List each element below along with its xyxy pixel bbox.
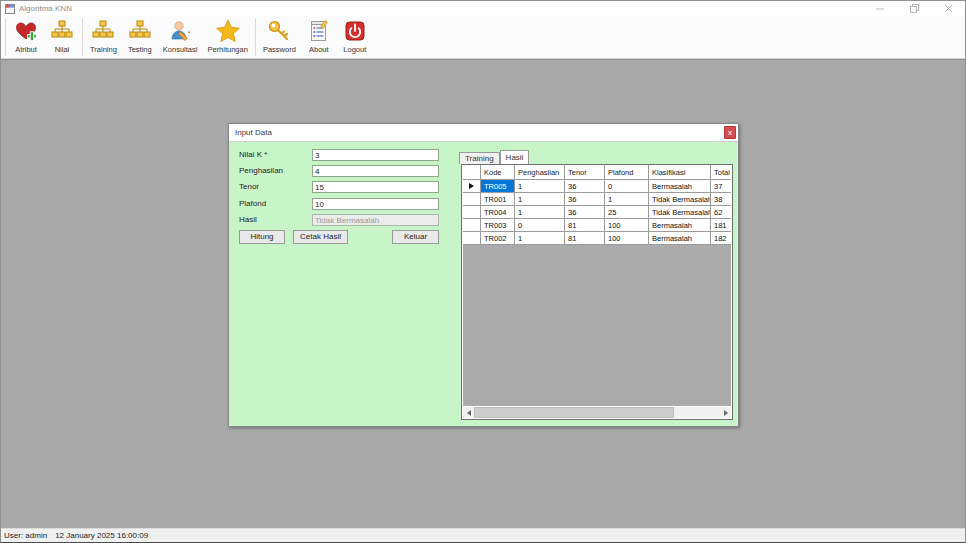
toolbar-item-nilai[interactable]: Nilai [44,16,80,58]
row-header-current[interactable] [463,180,481,193]
toolbar-label: Training [90,45,117,54]
key-icon [266,18,292,44]
cell-kode[interactable]: TR005 [481,180,515,193]
cell-kode[interactable]: TR003 [481,219,515,232]
org-chart-icon [127,18,153,44]
toolbar-label: Nilai [55,45,70,54]
toolbar-item-perhitungan[interactable]: Perhitungan [202,16,252,58]
nilai-k-input[interactable] [312,149,439,161]
current-row-arrow-icon [469,183,474,189]
column-header-penghasilan[interactable]: Penghasilan [515,165,565,180]
row-header[interactable] [463,206,481,219]
close-icon [944,4,953,13]
cell-plafond[interactable]: 25 [605,206,649,219]
cell-total[interactable]: 37 [711,180,731,193]
hitung-button[interactable]: Hitung [239,230,285,244]
cell-tenor[interactable]: 36 [565,206,605,219]
horizontal-scrollbar[interactable] [463,407,731,418]
cell-penghasilan[interactable]: 1 [515,193,565,206]
scroll-right-button[interactable] [720,407,731,418]
plafond-label: Plafond [239,198,266,210]
cell-tenor[interactable]: 81 [565,232,605,245]
column-header-plafond[interactable]: Plafond [605,165,649,180]
column-header-kode[interactable]: Kode [481,165,515,180]
cell-plafond[interactable]: 1 [605,193,649,206]
toolbar-label: Konsultasi [163,45,198,54]
cell-total[interactable]: 62 [711,206,731,219]
app-window: Algoritma KNN [0,0,966,543]
cell-klasifikasi[interactable]: Bermasalah [649,180,711,193]
maximize-button[interactable] [897,1,931,16]
cell-penghasilan[interactable]: 1 [515,206,565,219]
cell-kode[interactable]: TR001 [481,193,515,206]
window-title: Algoritma KNN [19,4,72,13]
toolbar-item-training[interactable]: Training [85,16,122,58]
tab-training[interactable]: Training [459,152,500,164]
cell-total[interactable]: 38 [711,193,731,206]
toolbar-label: Password [263,45,296,54]
toolbar-item-konsultasi[interactable]: Konsultasi [158,16,203,58]
toolbar: Atribut Nilai [1,16,965,59]
table-row: TR005 1 36 0 Bermasalah 37 [463,180,731,193]
cetak-hasil-button[interactable]: Cetak Hasil [293,230,348,244]
cell-klasifikasi[interactable]: Bermasalah [649,232,711,245]
toolbar-item-testing[interactable]: Testing [122,16,158,58]
cell-klasifikasi[interactable]: Tidak Bermasalah [649,193,711,206]
cell-kode[interactable]: TR002 [481,232,515,245]
toolbar-label: Logout [343,45,366,54]
column-header-tenor[interactable]: Tenor [565,165,605,180]
heart-plus-icon [13,18,39,44]
star-icon [215,18,241,44]
row-header[interactable] [463,232,481,245]
cell-klasifikasi[interactable]: Bermasalah [649,219,711,232]
org-chart-icon [49,18,75,44]
toolbar-label: Perhitungan [207,45,247,54]
input-data-dialog: Input Data x Nilai K * Penghasilan Tenor… [228,123,739,427]
cell-tenor[interactable]: 36 [565,193,605,206]
grid-corner-cell[interactable] [463,165,481,180]
row-header[interactable] [463,219,481,232]
cell-plafond[interactable]: 100 [605,219,649,232]
cell-penghasilan[interactable]: 0 [515,219,565,232]
keluar-button[interactable]: Keluar [392,230,439,244]
data-grid: Kode Penghasilan Tenor Plafond Klasifika… [463,165,731,406]
dialog-titlebar[interactable]: Input Data x [229,124,738,142]
close-button[interactable] [931,1,965,16]
row-header[interactable] [463,193,481,206]
plafond-input[interactable] [312,198,439,210]
dialog-close-button[interactable]: x [724,126,736,139]
cell-total[interactable]: 182 [711,232,731,245]
cell-tenor[interactable]: 81 [565,219,605,232]
toolbar-label: Testing [128,45,152,54]
toolbar-item-atribut[interactable]: Atribut [8,16,44,58]
tab-hasil[interactable]: Hasil [500,150,530,164]
cell-plafond[interactable]: 0 [605,180,649,193]
cell-tenor[interactable]: 36 [565,180,605,193]
toolbar-item-about[interactable]: About [301,16,337,58]
tenor-input[interactable] [312,181,439,193]
toolbar-item-logout[interactable]: Logout [337,16,373,58]
cell-penghasilan[interactable]: 1 [515,180,565,193]
cell-total[interactable]: 181 [711,219,731,232]
toolbar-item-password[interactable]: Password [258,16,301,58]
notepad-icon [306,18,332,44]
result-tabs: Training Hasil [459,150,529,164]
minimize-button[interactable] [863,1,897,16]
minimize-icon [876,4,885,13]
grid-header-row: Kode Penghasilan Tenor Plafond Klasifika… [463,165,731,180]
org-chart-icon [90,18,116,44]
toolbar-separator [255,18,256,56]
scroll-left-button[interactable] [463,407,474,418]
cell-kode[interactable]: TR004 [481,206,515,219]
column-header-total[interactable]: Total [711,165,731,180]
toolbar-label: About [309,45,329,54]
cell-klasifikasi[interactable]: Tidak Bermasalah [649,206,711,219]
scrollbar-thumb[interactable] [474,407,674,418]
table-row: TR004 1 36 25 Tidak Bermasalah 62 [463,206,731,219]
hasil-label: Hasil [239,214,257,226]
status-datetime: 12 January 2025 16:00:09 [55,531,148,540]
cell-plafond[interactable]: 100 [605,232,649,245]
penghasilan-input[interactable] [312,165,439,177]
column-header-klasifikasi[interactable]: Klasifikasi [649,165,711,180]
cell-penghasilan[interactable]: 1 [515,232,565,245]
